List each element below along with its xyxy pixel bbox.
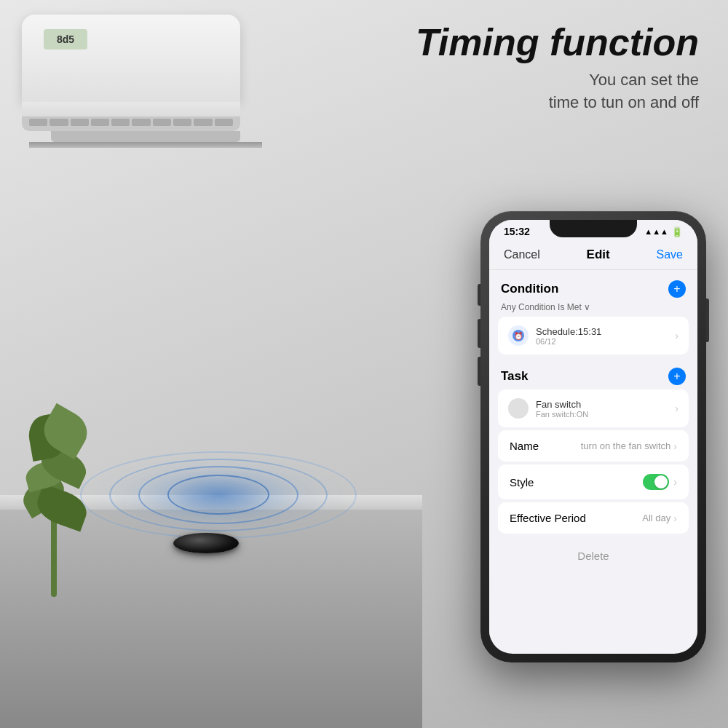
power-button — [706, 298, 709, 342]
ripple-inner — [167, 475, 269, 515]
volume-up-button — [478, 319, 480, 348]
save-button[interactable]: Save — [657, 248, 683, 261]
fan-switch-icon — [508, 398, 529, 419]
schedule-main: Schedule:15:31 — [536, 326, 675, 337]
clock-icon-bg: ⏰ — [513, 330, 524, 341]
ac-vent — [22, 116, 240, 131]
chevron-right-icon: › — [675, 403, 678, 414]
ac-vent-slat — [215, 119, 233, 126]
schedule-row[interactable]: ⏰ Schedule:15:31 06/12 › — [498, 317, 689, 355]
add-condition-button[interactable]: + — [668, 280, 686, 298]
delete-button[interactable]: Delete — [498, 541, 689, 571]
page-title: Timing function — [416, 22, 699, 63]
style-row[interactable]: Style › — [498, 464, 689, 499]
ac-vent-slat — [153, 119, 171, 126]
battery-icon: 🔋 — [671, 226, 683, 237]
phone-outer-shell: 15:32 ▲▲▲ 🔋 Cancel Edit Save Condition + — [480, 211, 706, 662]
condition-section-header: Condition + — [489, 270, 697, 302]
ac-bottom — [22, 102, 240, 131]
cancel-button[interactable]: Cancel — [504, 248, 540, 261]
schedule-icon: ⏰ — [508, 325, 529, 346]
signal-icon: ▲▲▲ — [644, 227, 668, 236]
task-section-header: Task + — [489, 357, 697, 389]
fan-switch-text: Fan switch Fan switch:ON — [536, 399, 675, 419]
fan-switch-sub: Fan switch:ON — [536, 410, 675, 419]
add-task-button[interactable]: + — [668, 368, 686, 385]
effective-period-row[interactable]: Effective Period All day › — [498, 502, 689, 534]
ac-vent-slat — [111, 119, 130, 126]
ac-vent-slat — [132, 119, 150, 126]
ac-mount — [51, 131, 240, 142]
effective-period-value: All day › — [642, 513, 677, 524]
chevron-right-icon: › — [673, 513, 677, 524]
chevron-right-icon: › — [673, 476, 677, 488]
condition-card: ⏰ Schedule:15:31 06/12 › — [498, 317, 689, 355]
ac-vent-slat — [194, 119, 212, 126]
style-label: Style — [510, 476, 534, 488]
page-subtitle: You can set the time to tun on and off — [416, 69, 699, 114]
name-value-text: turn on the fan switch — [581, 440, 671, 451]
chevron-right-icon: › — [675, 330, 678, 341]
name-value: turn on the fan switch › — [581, 440, 677, 452]
name-row[interactable]: Name turn on the fan switch › — [498, 430, 689, 462]
volume-down-button — [478, 357, 480, 386]
smart-puck-device — [173, 533, 239, 553]
clock-icon: ⏰ — [514, 332, 523, 340]
name-label: Name — [510, 440, 539, 452]
mute-button — [478, 284, 480, 306]
chevron-right-icon: › — [673, 440, 677, 452]
toggle-knob — [654, 475, 668, 488]
phone-screen: 15:32 ▲▲▲ 🔋 Cancel Edit Save Condition + — [489, 220, 697, 654]
ac-vent-slat — [71, 119, 89, 126]
ac-vent-slat — [29, 119, 47, 126]
status-icons: ▲▲▲ 🔋 — [644, 226, 683, 237]
ac-wall-mount — [29, 142, 262, 148]
fan-switch-row[interactable]: Fan switch Fan switch:ON › — [498, 389, 689, 427]
phone-content: Condition + Any Condition Is Met ∨ ⏰ — [489, 270, 697, 638]
ac-body: 8d5 — [22, 15, 240, 102]
task-section-title: Task — [501, 369, 529, 384]
navigation-bar: Cancel Edit Save — [489, 240, 697, 270]
ac-vent-slats — [22, 116, 240, 128]
ac-vent-slat — [173, 119, 191, 126]
task-card: Fan switch Fan switch:ON › — [498, 389, 689, 427]
fan-switch-main: Fan switch — [536, 399, 675, 410]
title-area: Timing function You can set the time to … — [416, 22, 699, 114]
effective-period-value-text: All day — [642, 513, 670, 523]
ac-unit-image: 8d5 — [22, 15, 269, 160]
style-toggle[interactable] — [643, 474, 669, 490]
schedule-sub: 06/12 — [536, 337, 675, 346]
phone-notch — [550, 220, 637, 237]
ac-vent-slat — [91, 119, 109, 126]
ac-vent-slat — [50, 119, 68, 126]
nav-title: Edit — [587, 248, 610, 262]
condition-section-title: Condition — [501, 282, 558, 296]
phone: 15:32 ▲▲▲ 🔋 Cancel Edit Save Condition + — [480, 211, 706, 662]
effective-period-label: Effective Period — [510, 512, 586, 524]
ac-display: 8d5 — [44, 29, 87, 50]
condition-sub-label[interactable]: Any Condition Is Met ∨ — [489, 302, 697, 317]
schedule-text: Schedule:15:31 06/12 — [536, 326, 675, 346]
status-time: 15:32 — [504, 226, 530, 237]
